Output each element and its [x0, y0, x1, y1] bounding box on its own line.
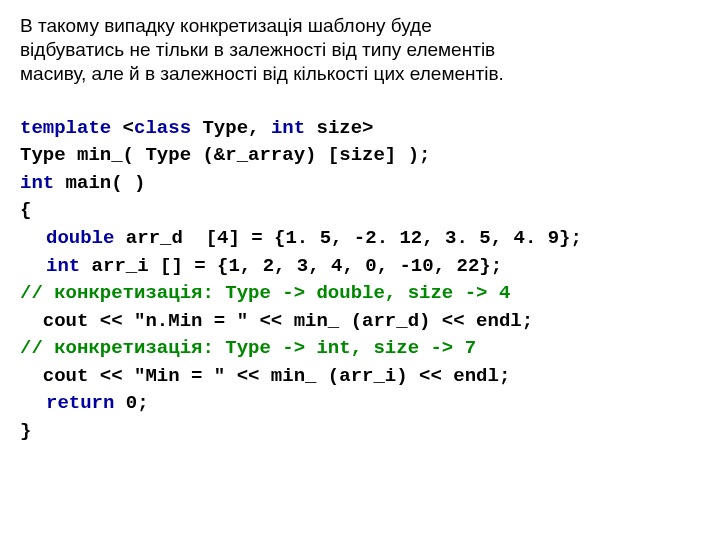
kw-int-1: int: [271, 117, 305, 139]
code-line-2: Type min_( Type (&r_array) [size] );: [20, 144, 430, 166]
comment-2: // конкретизація: Type -> int, size -> 7: [20, 337, 476, 359]
kw-class: class: [134, 117, 191, 139]
kw-return: return: [46, 392, 114, 414]
code-open-brace: {: [20, 199, 31, 221]
intro-line-3: масиву, але й в залежності від кількості…: [20, 63, 504, 84]
code-t1f: size>: [305, 117, 373, 139]
code-t11b: 0;: [114, 392, 148, 414]
intro-paragraph: В такому випадку конкретизація шаблону б…: [20, 14, 700, 85]
code-close-brace: }: [20, 420, 31, 442]
code-t6b: arr_i [] = {1, 2, 3, 4, 0, -10, 22};: [80, 255, 502, 277]
code-line-8: cout << "n.Min = " << min_ (arr_d) << en…: [20, 310, 533, 332]
kw-int-3: int: [46, 255, 80, 277]
kw-template: template: [20, 117, 111, 139]
kw-int-2: int: [20, 172, 54, 194]
comment-1: // конкретизація: Type -> double, size -…: [20, 282, 510, 304]
code-line-10: cout << "Min = " << min_ (arr_i) << endl…: [20, 365, 510, 387]
code-t5b: arr_d [4] = {1. 5, -2. 12, 3. 5, 4. 9};: [114, 227, 581, 249]
code-block: template <class Type, int size> Type min…: [20, 87, 700, 445]
kw-double: double: [46, 227, 114, 249]
intro-line-1: В такому випадку конкретизація шаблону б…: [20, 15, 432, 36]
code-t1b: <: [111, 117, 134, 139]
code-t3b: main( ): [54, 172, 145, 194]
code-t1d: Type,: [191, 117, 271, 139]
intro-line-2: відбуватись не тільки в залежності від т…: [20, 39, 495, 60]
